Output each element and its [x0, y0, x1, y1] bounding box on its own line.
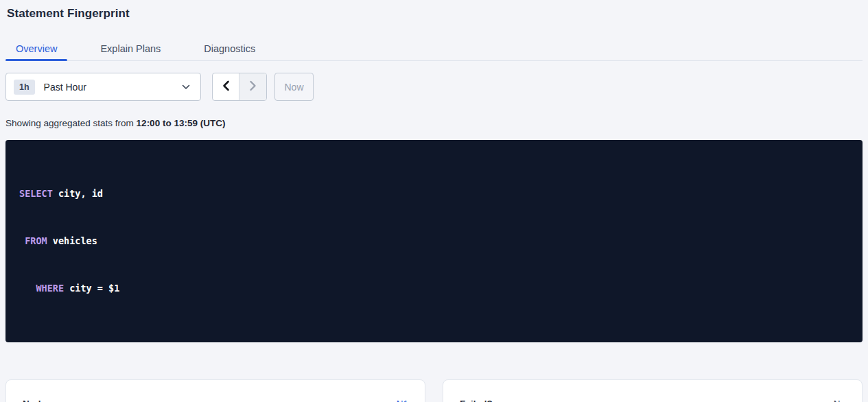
chevron-down-icon: [182, 84, 190, 90]
table-row: Nodes N1: [23, 392, 408, 402]
failed-value: No: [834, 399, 845, 402]
chevron-left-icon: [222, 80, 230, 94]
summary-card-left: Nodes N1 Regions Database movr Applicati…: [5, 379, 425, 402]
sql-keyword: WHERE: [36, 283, 64, 294]
chevron-right-icon: [249, 80, 257, 94]
nodes-link[interactable]: N1: [397, 399, 408, 402]
tab-overview[interactable]: Overview: [5, 36, 67, 60]
stats-prefix: Showing aggregated stats from: [5, 118, 137, 128]
table-row: Failed? No: [460, 392, 845, 402]
aggregated-stats-text: Showing aggregated stats from 12:00 to 1…: [5, 118, 863, 128]
time-range-badge: 1h: [14, 80, 35, 95]
sql-text: city, id: [53, 188, 103, 199]
summary-cards: Nodes N1 Regions Database movr Applicati…: [5, 379, 863, 402]
sql-keyword: SELECT: [19, 188, 53, 199]
sql-line: WHERE city = $1: [19, 281, 849, 296]
tab-explain-plans[interactable]: Explain Plans: [90, 36, 171, 60]
prev-time-button[interactable]: [213, 73, 239, 100]
next-time-button[interactable]: [239, 73, 266, 100]
row-label-nodes: Nodes: [23, 399, 51, 402]
page-title: Statement Fingerprint: [7, 0, 863, 21]
time-range-selector[interactable]: 1h Past Hour: [5, 73, 201, 101]
sql-text: vehicles: [47, 235, 97, 246]
tab-overview-label: Overview: [16, 43, 57, 54]
time-range-label: Past Hour: [44, 82, 86, 93]
time-step-buttons: [212, 73, 267, 101]
now-button[interactable]: Now: [274, 73, 314, 101]
row-label-failed: Failed?: [460, 399, 493, 402]
stats-interval: 12:00 to 13:59 (UTC): [137, 118, 226, 128]
statement-fingerprint-page: Statement Fingerprint Overview Explain P…: [0, 0, 868, 402]
sql-text: city = $1: [64, 283, 119, 294]
sql-keyword: FROM: [25, 235, 47, 246]
tab-diagnostics[interactable]: Diagnostics: [193, 36, 266, 60]
sql-line: SELECT city, id: [19, 186, 849, 202]
tab-bar: Overview Explain Plans Diagnostics: [5, 36, 863, 61]
summary-card-right: Failed? No Full scan? No Vectorized exec…: [443, 379, 863, 402]
time-toolbar: 1h Past Hour Now: [5, 73, 863, 101]
tab-explain-plans-label: Explain Plans: [100, 43, 161, 54]
tab-diagnostics-label: Diagnostics: [204, 43, 255, 54]
sql-line: FROM vehicles: [19, 233, 849, 249]
sql-statement-box: SELECT city, id FROM vehicles WHERE city…: [5, 140, 863, 342]
